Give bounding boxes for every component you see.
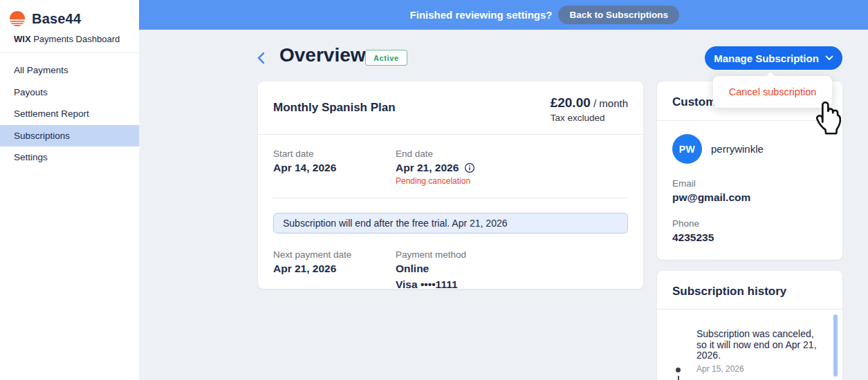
payments-dashboard-screen: Base44 WIX Payments Dashboard All Paymen… — [0, 0, 868, 380]
sidebar-subtitle: WIX Payments Dashboard — [0, 28, 139, 44]
subtitle-rest: Payments Dashboard — [31, 34, 120, 44]
customer-card: Customer PW perrywinkle Email pw@gmail.c… — [657, 82, 842, 260]
price-line: £20.00 / month — [551, 95, 628, 111]
plan-divider-mid — [273, 198, 628, 198]
manage-subscription-dropdown: Cancel subscription — [713, 76, 832, 108]
customer-name: perrywinkle — [711, 143, 764, 155]
plan-card-body: Start date Apr 14, 2026 End date Apr 21,… — [258, 135, 643, 291]
cancel-subscription-menu-item[interactable]: Cancel subscription — [729, 86, 817, 97]
timeline-line — [678, 376, 679, 380]
next-payment-block: Next payment date Apr 21, 2026 — [273, 249, 396, 291]
sidebar-item-all-payments[interactable]: All Payments — [0, 59, 139, 82]
plan-title: Monthly Spanish Plan — [273, 101, 396, 115]
wix-label: WIX — [14, 34, 31, 44]
customer-identity-row: PW perrywinkle — [672, 134, 827, 164]
history-card-header: Subscription history — [657, 271, 842, 298]
phone-value: 4235235 — [672, 231, 827, 244]
sidebar-item-settings[interactable]: Settings — [0, 146, 139, 169]
sidebar-item-settlement-report[interactable]: Settlement Report — [0, 103, 139, 125]
pending-cancelation-note: Pending cancelation — [396, 176, 475, 186]
sidebar-item-payouts[interactable]: Payouts — [0, 82, 139, 104]
subscription-history-card: Subscription history Subscription was ca… — [657, 271, 842, 380]
price-amount: £20.00 — [551, 95, 591, 110]
sidebar-item-subscriptions[interactable]: Subscriptions — [0, 125, 139, 147]
price-block: £20.00 / month Tax excluded — [551, 95, 628, 123]
chevron-down-icon — [825, 55, 833, 61]
trial-end-notice: Subscription will end after the free tri… — [273, 213, 628, 234]
base44-logo-icon — [8, 10, 26, 28]
email-value: pw@gmail.com — [672, 191, 827, 204]
top-banner: Finished reviewing settings? Back to Sub… — [139, 0, 868, 30]
history-entry-date: Apr 15, 2026 — [696, 364, 842, 374]
plan-card-header: Monthly Spanish Plan £20.00 / month Tax … — [258, 82, 643, 123]
avatar: PW — [672, 134, 702, 164]
info-icon[interactable] — [464, 162, 475, 173]
history-heading: Subscription history — [672, 285, 827, 298]
start-date-block: Start date Apr 14, 2026 — [273, 149, 396, 186]
plan-card: Monthly Spanish Plan £20.00 / month Tax … — [258, 82, 643, 289]
customer-email-field: Email pw@gmail.com — [672, 178, 827, 204]
phone-label: Phone — [672, 218, 827, 229]
end-date-label: End date — [396, 149, 475, 159]
manage-subscription-label: Manage Subscription — [714, 53, 819, 64]
payment-method-label: Payment method — [396, 249, 466, 260]
next-payment-value: Apr 21, 2026 — [273, 263, 396, 275]
back-to-subscriptions-button[interactable]: Back to Subscriptions — [558, 6, 679, 24]
page-title: Overview — [279, 44, 366, 66]
back-button[interactable] — [256, 51, 268, 65]
manage-subscription-button[interactable]: Manage Subscription — [705, 46, 842, 70]
timeline-dot — [676, 368, 681, 372]
tax-note: Tax excluded — [551, 113, 628, 123]
history-entry-text: Subscription was canceled, so it will no… — [696, 329, 818, 361]
end-date-value: Apr 21, 2026 — [396, 162, 459, 174]
history-timeline: Subscription was canceled, so it will no… — [657, 310, 842, 374]
dates-row: Start date Apr 14, 2026 End date Apr 21,… — [273, 149, 628, 186]
end-date-block: End date Apr 21, 2026 Pending cancelatio… — [396, 149, 475, 186]
payment-method-block: Payment method Online Visa ••••1111 — [396, 249, 466, 291]
status-badge: Active — [365, 50, 407, 66]
customer-phone-field: Phone 4235235 — [672, 218, 827, 244]
price-suffix: / month — [591, 97, 628, 109]
email-label: Email — [672, 178, 827, 189]
history-scrollbar[interactable] — [833, 314, 838, 377]
payment-row: Next payment date Apr 21, 2026 Payment m… — [273, 249, 628, 291]
payment-method-card: Visa ••••1111 — [396, 278, 466, 291]
sidebar-nav: All Payments Payouts Settlement Report S… — [0, 53, 139, 169]
next-payment-label: Next payment date — [273, 249, 396, 260]
chevron-left-icon — [256, 51, 267, 65]
customer-card-body: PW perrywinkle Email pw@gmail.com Phone … — [657, 121, 842, 244]
banner-message: Finished reviewing settings? — [410, 9, 553, 21]
brand-row: Base44 — [0, 0, 139, 28]
payment-method-type: Online — [396, 263, 466, 275]
sidebar: Base44 WIX Payments Dashboard All Paymen… — [0, 0, 139, 380]
brand-name: Base44 — [32, 11, 81, 27]
start-date-label: Start date — [273, 149, 396, 159]
history-entry: Subscription was canceled, so it will no… — [696, 329, 842, 374]
start-date-value: Apr 14, 2026 — [273, 162, 396, 174]
